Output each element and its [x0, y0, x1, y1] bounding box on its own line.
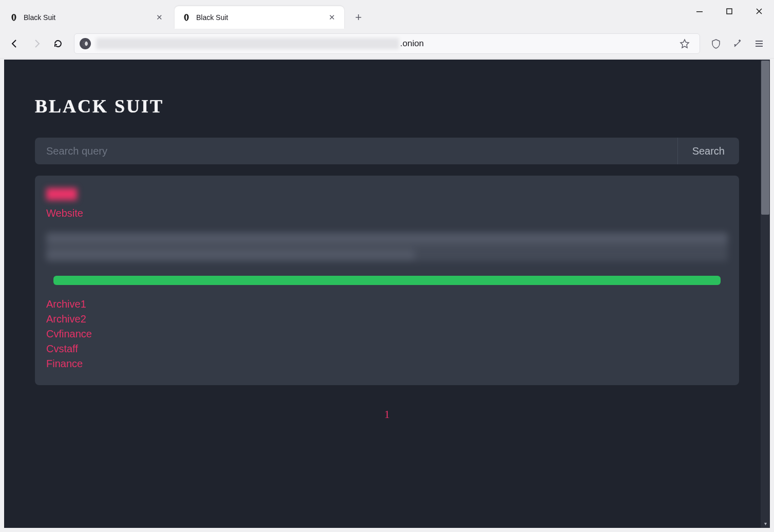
url-bar[interactable]: .onion — [74, 33, 700, 54]
sparkle-icon[interactable] — [728, 34, 747, 53]
browser-toolbar: .onion — [0, 29, 774, 59]
archive-link[interactable]: Cvfinance — [46, 327, 728, 341]
tab-title: Black Suit — [24, 13, 154, 22]
scrollbar-down-icon[interactable]: ▾ — [761, 519, 770, 528]
scrollbar[interactable]: ▴ ▾ — [761, 60, 770, 528]
tab-favicon-icon — [182, 13, 191, 22]
progress-bar — [53, 276, 721, 285]
search-button[interactable]: Search — [677, 138, 739, 164]
page-viewport: BLACK SUIT Search Website Archive1 Archi… — [4, 60, 770, 528]
window-controls — [685, 0, 774, 23]
tab-close-icon[interactable]: ✕ — [327, 12, 337, 23]
archive-link[interactable]: Finance — [46, 357, 728, 371]
nav-back-button[interactable] — [5, 34, 25, 53]
website-link[interactable]: Website — [46, 207, 83, 219]
archive-links: Archive1 Archive2 Cvfinance Cvstaff Fina… — [46, 297, 728, 371]
tab-close-icon[interactable]: ✕ — [154, 12, 164, 23]
archive-link[interactable]: Cvstaff — [46, 342, 728, 356]
window-maximize-button[interactable] — [714, 0, 744, 23]
window-close-button[interactable] — [744, 0, 774, 23]
search-bar: Search — [35, 138, 739, 164]
archive-link[interactable]: Archive1 — [46, 297, 728, 311]
tab-title: Black Suit — [196, 13, 327, 22]
card-title-redacted — [46, 188, 77, 200]
browser-tab-inactive[interactable]: Black Suit ✕ — [2, 6, 172, 29]
result-card: Website Archive1 Archive2 Cvfinance Cvst… — [35, 176, 739, 385]
new-tab-button[interactable]: + — [349, 8, 368, 27]
scrollbar-thumb[interactable] — [761, 61, 769, 215]
browser-tab-active[interactable]: Black Suit ✕ — [175, 6, 344, 29]
url-redacted — [96, 38, 399, 49]
window-minimize-button[interactable] — [685, 0, 714, 23]
url-suffix: .onion — [400, 39, 424, 49]
search-input[interactable] — [35, 138, 677, 164]
nav-reload-button[interactable] — [48, 34, 68, 53]
archive-link[interactable]: Archive2 — [46, 312, 728, 326]
svg-rect-1 — [727, 9, 732, 14]
tor-circuit-icon[interactable] — [80, 38, 91, 49]
pagination: 1 — [35, 408, 739, 421]
tab-strip: Black Suit ✕ Black Suit ✕ + — [0, 0, 774, 29]
hamburger-menu-icon[interactable] — [749, 34, 769, 53]
site-logo: BLACK SUIT — [35, 96, 739, 117]
svg-rect-0 — [696, 11, 703, 12]
bookmark-star-icon[interactable] — [675, 34, 694, 53]
page-number[interactable]: 1 — [384, 408, 390, 421]
nav-forward-button[interactable] — [27, 34, 46, 53]
description-redacted — [46, 233, 728, 261]
shield-icon[interactable] — [706, 34, 726, 53]
tab-favicon-icon — [9, 13, 18, 22]
